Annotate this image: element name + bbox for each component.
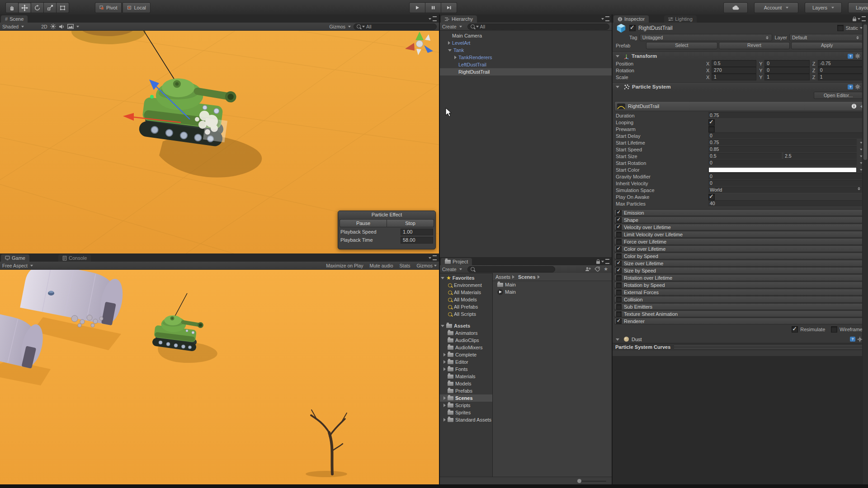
hierarchy-item[interactable]: LeftDustTrail [440, 61, 612, 68]
favorites-root[interactable]: ★Favorites [440, 274, 492, 282]
aspect-caret[interactable] [30, 265, 33, 267]
hierarchy-item[interactable]: RightDustTrail [440, 68, 612, 75]
inherit-velocity-field[interactable]: 0 [708, 180, 863, 187]
scale-z-field[interactable]: 1 [818, 74, 863, 80]
simulation-space-dropdown[interactable]: World [708, 187, 863, 193]
playback-time-field[interactable]: 58.00 [401, 237, 433, 244]
module-checkbox[interactable] [616, 311, 622, 317]
project-folder[interactable]: Scripts [440, 402, 492, 409]
module-checkbox[interactable] [616, 217, 622, 223]
project-folder[interactable]: Prefabs [440, 387, 492, 394]
scale-y-field[interactable]: 1 [764, 74, 809, 80]
hierarchy-item[interactable]: LevelArt [440, 39, 612, 47]
pivot-toggle[interactable]: Pivot [95, 2, 122, 13]
move-tool-icon[interactable] [19, 2, 31, 13]
thumbnail-zoom-slider[interactable] [578, 481, 606, 482]
scale-tool-icon[interactable] [44, 2, 57, 13]
module-emission[interactable]: Emission [614, 209, 867, 216]
project-folder[interactable]: Fonts [440, 366, 492, 373]
module-rotation-over-lifetime[interactable]: Rotation over Lifetime [614, 274, 867, 281]
favorites-star-icon[interactable]: ★ [604, 266, 608, 272]
module-collision[interactable]: Collision [614, 296, 867, 303]
module-checkbox[interactable] [616, 261, 622, 266]
2d-toggle[interactable]: 2D [41, 24, 47, 29]
position-y-field[interactable]: 0 [764, 60, 809, 67]
start-delay-field[interactable]: 0 [708, 132, 863, 139]
hierarchy-search-input[interactable]: All [467, 23, 609, 30]
favorite-item[interactable]: All Models [440, 296, 492, 303]
layers-dropdown[interactable]: Layers [805, 2, 842, 13]
inspector-panel-menu[interactable] [853, 16, 866, 21]
breadcrumb-segment[interactable]: Scenes [518, 274, 536, 280]
prefab-select-button[interactable]: Select [646, 42, 717, 49]
gizmos-dropdown[interactable]: Gizmos [329, 24, 345, 29]
lighting-toggle-icon[interactable] [50, 23, 56, 29]
audio-toggle-icon[interactable] [59, 24, 65, 29]
module-checkbox[interactable] [616, 268, 622, 273]
start-rotation-field[interactable]: 0 [708, 160, 857, 166]
module-checkbox[interactable] [616, 319, 622, 324]
particle-module-header[interactable]: RightDustTrail + [614, 101, 866, 111]
module-sub-emitters[interactable]: Sub Emitters [614, 303, 867, 310]
disclosure-triangle[interactable] [538, 275, 540, 279]
gizmos-caret[interactable] [348, 26, 351, 28]
game-panel-menu[interactable] [429, 255, 437, 260]
rect-tool-icon[interactable] [57, 2, 69, 13]
hand-tool-icon[interactable] [5, 2, 19, 13]
resimulate-checkbox[interactable] [792, 326, 798, 333]
module-force-over-lifetime[interactable]: Force over Lifetime [614, 238, 867, 245]
position-x-field[interactable]: 0.5 [712, 60, 756, 67]
create-caret[interactable] [459, 268, 462, 270]
project-create-dropdown[interactable]: Create [442, 267, 457, 272]
tab-game[interactable]: Game [1, 254, 29, 262]
static-checkbox[interactable] [837, 25, 844, 31]
disclosure-triangle[interactable] [448, 41, 450, 45]
prefab-revert-button[interactable]: Revert [719, 42, 790, 49]
start-lifetime-field[interactable]: 0.75 [708, 139, 857, 146]
game-viewport[interactable] [0, 270, 439, 485]
project-folder[interactable]: Standard Assets [440, 416, 492, 423]
module-external-forces[interactable]: External Forces [614, 289, 867, 296]
gravity-modifier-field[interactable]: 0 [708, 173, 863, 180]
disclosure-triangle[interactable] [441, 277, 444, 279]
project-folder[interactable]: Scenes [440, 394, 492, 402]
dust-foldout[interactable] [616, 338, 619, 341]
search-by-type-icon[interactable] [585, 267, 591, 272]
gear-icon[interactable] [855, 84, 860, 89]
disclosure-triangle[interactable] [443, 360, 446, 364]
module-size-over-lifetime[interactable]: Size over Lifetime [614, 260, 867, 267]
prefab-apply-button[interactable]: Apply [791, 42, 863, 49]
tab-console[interactable]: Console [58, 254, 91, 262]
module-shape[interactable]: Shape [614, 216, 867, 223]
search-by-label-icon[interactable] [594, 267, 600, 272]
disclosure-triangle[interactable] [454, 56, 457, 59]
help-icon[interactable]: ? [848, 84, 853, 89]
module-size-by-speed[interactable]: Size by Speed [614, 267, 867, 274]
start-size-min-field[interactable]: 0.5 [708, 153, 782, 160]
game-control-gizmos[interactable]: Gizmos [416, 263, 437, 268]
looping-checkbox[interactable] [708, 119, 715, 126]
scale-x-field[interactable]: 1 [712, 74, 756, 80]
playback-speed-field[interactable]: 1.00 [401, 229, 433, 235]
tab-lighting[interactable]: Lighting [664, 15, 697, 23]
help-icon[interactable]: ? [848, 54, 853, 59]
start-speed-field[interactable]: 0.85 [708, 146, 857, 153]
start-size-max-field[interactable]: 2.5 [783, 153, 857, 160]
asset-item[interactable]: Main [493, 288, 612, 296]
particle-stop-button[interactable]: Stop [387, 219, 434, 227]
module-checkbox[interactable] [616, 246, 622, 252]
scene-panel-menu[interactable] [429, 16, 437, 21]
layer-dropdown[interactable]: Default [789, 34, 863, 41]
rotate-tool-icon[interactable] [31, 2, 44, 13]
rotation-y-field[interactable]: 0 [764, 67, 809, 74]
module-velocity-over-lifetime[interactable]: Velocity over Lifetime [614, 224, 867, 230]
module-checkbox[interactable] [616, 304, 622, 310]
module-checkbox[interactable] [616, 282, 622, 288]
module-limit-velocity-over-lifetime[interactable]: Limit Velocity over Lifetime [614, 231, 867, 238]
particle-system-foldout[interactable] [616, 86, 619, 88]
position-z-field[interactable]: -0.75 [818, 60, 863, 67]
hierarchy-item[interactable]: Main Camera [440, 32, 612, 39]
project-folder[interactable]: AudioClips [440, 337, 492, 344]
project-folder[interactable]: AudioMixers [440, 344, 492, 351]
cloud-button[interactable] [723, 2, 748, 13]
